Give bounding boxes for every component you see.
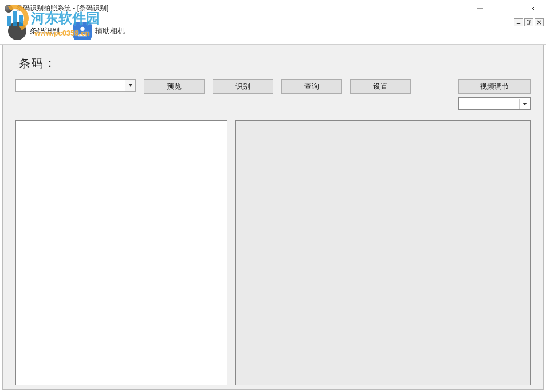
toolbar-item-barcode[interactable]: 条码识别 bbox=[5, 19, 63, 42]
mdi-controls bbox=[514, 18, 544, 26]
window-title: 条码识别拍照系统 - [条码识别] bbox=[16, 3, 108, 13]
window-controls bbox=[467, 0, 546, 17]
right-controls: 视频调节 bbox=[458, 79, 531, 110]
chevron-down-icon bbox=[125, 80, 135, 91]
preview-button-label: 预览 bbox=[167, 81, 182, 92]
query-button[interactable]: 查询 bbox=[281, 79, 342, 94]
barcode-label: 条码： bbox=[19, 56, 531, 71]
title-bar: 条码识别拍照系统 - [条码识别] bbox=[0, 0, 546, 17]
mdi-restore-button[interactable] bbox=[524, 18, 533, 26]
barcode-icon bbox=[8, 22, 26, 40]
minimize-button[interactable] bbox=[467, 0, 493, 17]
toolbar: 条码识别 辅助相机 bbox=[0, 17, 546, 45]
toolbar-label-camera: 辅助相机 bbox=[95, 26, 125, 36]
settings-button-label: 设置 bbox=[373, 81, 388, 92]
app-icon bbox=[5, 5, 13, 13]
controls-row: 预览 识别 查询 设置 视频调节 bbox=[15, 79, 531, 110]
barcode-combo[interactable] bbox=[15, 79, 136, 92]
settings-button[interactable]: 设置 bbox=[350, 79, 411, 94]
video-adjust-button-label: 视频调节 bbox=[480, 81, 509, 92]
panels bbox=[15, 120, 531, 385]
svg-rect-6 bbox=[527, 21, 530, 25]
preview-panel-right bbox=[235, 120, 531, 385]
mdi-close-button[interactable] bbox=[535, 18, 544, 26]
maximize-button[interactable] bbox=[493, 0, 520, 17]
mdi-minimize-button[interactable] bbox=[514, 18, 523, 26]
chevron-down-icon bbox=[519, 99, 529, 109]
recognize-button[interactable]: 识别 bbox=[213, 79, 273, 94]
video-select[interactable] bbox=[458, 97, 531, 110]
toolbar-item-camera[interactable]: 辅助相机 bbox=[70, 19, 128, 42]
svg-rect-1 bbox=[504, 6, 509, 11]
preview-button[interactable]: 预览 bbox=[144, 79, 205, 94]
recognize-button-label: 识别 bbox=[235, 81, 250, 92]
svg-point-9 bbox=[80, 26, 84, 30]
toolbar-label-barcode: 条码识别 bbox=[30, 26, 60, 36]
query-button-label: 查询 bbox=[304, 81, 319, 92]
person-icon bbox=[73, 22, 92, 40]
close-button[interactable] bbox=[520, 0, 546, 17]
preview-panel-left bbox=[15, 120, 227, 385]
client-area: 条码： 预览 识别 查询 设置 视频调节 bbox=[2, 45, 544, 390]
video-adjust-button[interactable]: 视频调节 bbox=[458, 79, 531, 94]
